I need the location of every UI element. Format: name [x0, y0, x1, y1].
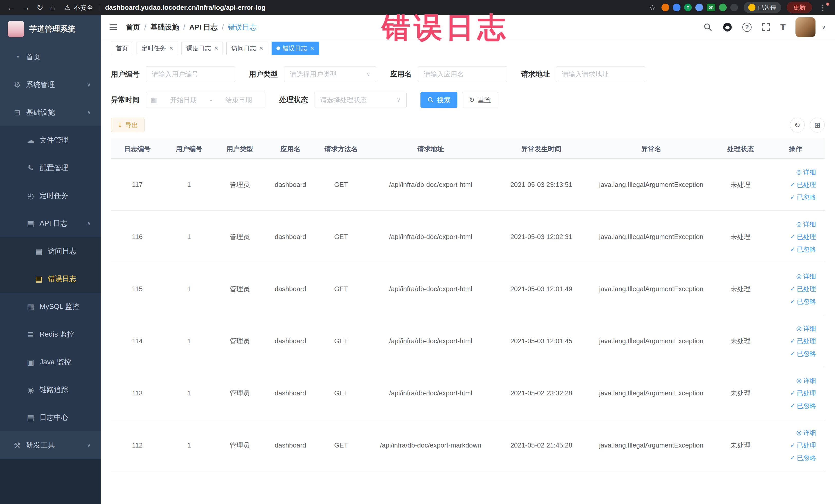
tab-error-log[interactable]: 错误日志× — [271, 42, 319, 55]
close-icon[interactable]: × — [169, 45, 173, 52]
close-icon[interactable]: × — [310, 45, 314, 52]
action-ignored[interactable]: ✓已忽略 — [790, 402, 816, 410]
vue-extension-icon[interactable]: Y — [684, 4, 692, 11]
user-avatar[interactable] — [795, 17, 815, 37]
close-icon[interactable]: × — [259, 45, 263, 52]
action-label: 已处理 — [797, 285, 816, 293]
sidebar-item-dev-tools[interactable]: ⚒研发工具∨ — [0, 431, 101, 459]
sidebar-item-home[interactable]: ◔首页 — [0, 43, 101, 71]
breadcrumb-item[interactable]: API 日志 — [189, 22, 218, 32]
action-done[interactable]: ✓已处理 — [790, 233, 816, 241]
action-ignored[interactable]: ✓已忽略 — [790, 349, 816, 358]
app-name-label: 应用名 — [390, 69, 412, 79]
action-detail[interactable]: ◎详细 — [796, 168, 816, 176]
sidebar-item-api-log[interactable]: ▤API 日志∧ — [0, 209, 101, 237]
browser-back-button[interactable]: ← — [7, 3, 15, 12]
column-header: 应用名 — [265, 139, 316, 158]
search-icon[interactable] — [703, 23, 713, 32]
browser-forward-button[interactable]: → — [22, 3, 30, 12]
cell-user_type: 管理员 — [214, 419, 265, 471]
page-content: 用户编号 用户类型 请选择用户类型 ∨ 应用名 请求地址 — [101, 57, 835, 504]
database-icon: ▦ — [25, 302, 37, 311]
user-type-select[interactable]: 请选择用户类型 ∨ — [284, 66, 376, 82]
request-url-input[interactable] — [556, 66, 645, 82]
sidebar-item-log-center[interactable]: ▤日志中心 — [0, 404, 101, 431]
tab-job-log[interactable]: 调度日志× — [182, 42, 223, 55]
address-bar[interactable]: ⚠ 不安全 | dashboard.yudao.iocoder.cn/infra… — [64, 3, 642, 12]
action-detail[interactable]: ◎详细 — [796, 272, 816, 281]
action-done[interactable]: ✓已处理 — [790, 337, 816, 345]
action-detail[interactable]: ◎详细 — [796, 324, 816, 333]
sidebar-item-tracer[interactable]: ◉链路追踪 — [0, 376, 101, 404]
export-button[interactable]: ↧ 导出 — [111, 118, 144, 132]
breadcrumb-item[interactable]: 首页 — [126, 22, 140, 32]
user-id-input[interactable] — [146, 66, 235, 82]
action-done[interactable]: ✓已处理 — [790, 181, 816, 189]
sidebar-item-system[interactable]: ⚙系统管理∨ — [0, 71, 101, 99]
search-button[interactable]: 搜索 — [421, 92, 457, 108]
action-done[interactable]: ✓已处理 — [790, 285, 816, 293]
cell-app: dashboard — [265, 211, 316, 263]
close-icon[interactable]: × — [214, 45, 218, 52]
hamburger-icon[interactable] — [101, 23, 126, 32]
drop-extension-icon[interactable] — [673, 4, 680, 11]
action-detail[interactable]: ◎详细 — [796, 220, 816, 228]
reset-button[interactable]: ↻ 重置 — [462, 92, 498, 108]
sidebar-item-mysql[interactable]: ▦MySQL 监控 — [0, 293, 101, 320]
sidebar-item-file[interactable]: ☁文件管理 — [0, 126, 101, 154]
tab-access-log[interactable]: 访问日志× — [226, 42, 268, 55]
sidebar-item-error-log[interactable]: ▤错误日志 — [0, 265, 101, 293]
tab-job[interactable]: 定时任务× — [137, 42, 178, 55]
action-done[interactable]: ✓已处理 — [790, 389, 816, 398]
action-detail[interactable]: ◎详细 — [796, 377, 816, 385]
main-area: 首页/基础设施/API 日志/错误日志 ? — [101, 15, 835, 504]
sidebar-item-job[interactable]: ◴定时任务 — [0, 182, 101, 209]
help-icon[interactable]: ? — [742, 23, 752, 32]
bookmark-star-icon[interactable]: ☆ — [649, 3, 656, 12]
cell-actions: ◎详细✓已处理✓已忽略 — [766, 211, 825, 263]
exception-time-range-picker[interactable]: ▦ 开始日期 - 结束日期 — [146, 92, 265, 108]
action-label: 已处理 — [797, 233, 816, 241]
font-size-icon[interactable]: T — [780, 22, 786, 32]
pin-extension-icon[interactable] — [730, 4, 738, 11]
cell-method: GET — [316, 263, 366, 315]
action-done[interactable]: ✓已处理 — [790, 441, 816, 449]
check-icon: ✓ — [790, 389, 795, 397]
sidebar-item-infra[interactable]: ⊟基础设施∧ — [0, 99, 101, 126]
github-icon[interactable] — [722, 22, 733, 32]
caret-down-icon[interactable]: ∨ — [822, 24, 826, 31]
fullscreen-icon[interactable] — [761, 23, 771, 32]
screen-icon: ▣ — [25, 358, 37, 367]
update-button[interactable]: 更新 — [787, 2, 812, 13]
app-name-input[interactable] — [418, 66, 507, 82]
refresh-table-button[interactable]: ↻ — [790, 118, 805, 133]
cell-url: /api/infra/db-doc/export-html — [367, 211, 495, 263]
table-row: 1151管理员dashboardGET/api/infra/db-doc/exp… — [111, 263, 825, 315]
app-logo[interactable]: 芋道管理系统 — [0, 15, 101, 43]
sidebar-item-access-log[interactable]: ▤访问日志 — [0, 237, 101, 265]
devtools-extension-icon[interactable] — [661, 4, 669, 11]
browser-home-button[interactable]: ⌂ — [50, 3, 55, 12]
paused-badge[interactable]: 已暂停 — [744, 2, 781, 13]
action-ignored[interactable]: ✓已忽略 — [790, 193, 816, 202]
browser-menu-icon[interactable]: ⋮ — [817, 3, 828, 12]
action-ignored[interactable]: ✓已忽略 — [790, 454, 816, 462]
action-ignored[interactable]: ✓已忽略 — [790, 245, 816, 254]
sidebar-item-config[interactable]: ✎配置管理 — [0, 154, 101, 182]
breadcrumb-item[interactable]: 基础设施 — [150, 22, 179, 32]
check-icon: ✓ — [790, 402, 795, 409]
action-ignored[interactable]: ✓已忽略 — [790, 297, 816, 306]
on-badge-extension-icon[interactable]: on — [707, 4, 715, 11]
browser-reload-button[interactable]: ↻ — [37, 3, 43, 12]
process-status-select[interactable]: 请选择处理状态 ∨ — [314, 92, 407, 108]
sidebar-item-java[interactable]: ▣Java 监控 — [0, 348, 101, 376]
export-button-label: 导出 — [125, 121, 138, 129]
tab-home[interactable]: 首页 — [111, 42, 133, 55]
action-detail[interactable]: ◎详细 — [796, 428, 816, 437]
sidebar-item-redis[interactable]: ≣Redis 监控 — [0, 320, 101, 348]
date-range-separator: - — [210, 96, 212, 104]
leaf-extension-icon[interactable] — [719, 4, 727, 11]
cell-app: dashboard — [265, 263, 316, 315]
grid-extension-icon[interactable] — [695, 4, 703, 11]
column-settings-button[interactable]: ⊞ — [810, 118, 825, 133]
